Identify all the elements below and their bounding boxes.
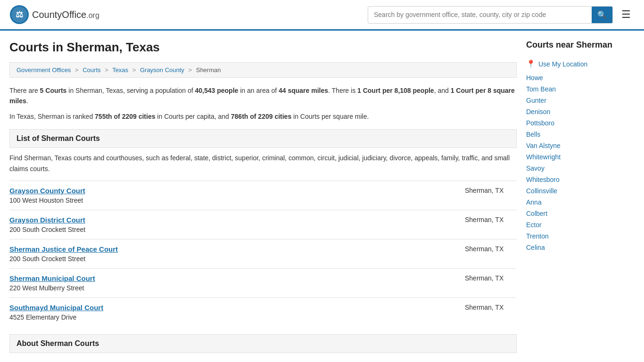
sidebar-city-link[interactable]: Denison <box>526 108 550 115</box>
right-sidebar: Courts near Sherman 📍 Use My Location Ho… <box>526 40 635 353</box>
court-item-left: Sherman Justice of Peace Court 200 South… <box>9 245 455 263</box>
court-item-name[interactable]: Sherman Justice of Peace Court <box>9 245 455 253</box>
sidebar-city-link[interactable]: Van Alstyne <box>526 142 561 149</box>
sidebar-city-item: Whitesboro <box>526 176 635 183</box>
breadcrumb-courts[interactable]: Courts <box>83 66 100 74</box>
list-section-header: List of Sherman Courts <box>9 129 517 148</box>
breadcrumb-grayson-county[interactable]: Grayson County <box>140 66 184 74</box>
court-item-address: 200 South Crockett Street <box>9 255 85 263</box>
sidebar-city-item: Celina <box>526 244 635 251</box>
court-item-name[interactable]: Grayson County Court <box>9 187 455 195</box>
sidebar-city-link[interactable]: Pottsboro <box>526 119 554 127</box>
sidebar-city-link[interactable]: Ector <box>526 221 542 229</box>
breadcrumb-sherman: Sherman <box>196 66 221 74</box>
sidebar-city-item: Gunter <box>526 97 635 104</box>
page-title: Courts in Sherman, Texas <box>9 40 517 55</box>
breadcrumb-texas[interactable]: Texas <box>112 66 128 74</box>
court-item-name[interactable]: Grayson District Court <box>9 216 455 224</box>
breadcrumb: Government Offices > Courts > Texas > Gr… <box>9 62 517 78</box>
court-item-city: Sherman, TX <box>455 245 517 253</box>
logo-area: ⚖ CountyOffice.org <box>9 5 99 25</box>
sidebar-city-item: Trenton <box>526 232 635 240</box>
search-button[interactable]: 🔍 <box>592 7 612 23</box>
sidebar-cities-list: HoweTom BeanGunterDenisonPottsboroBellsV… <box>526 74 635 251</box>
court-item: Sherman Justice of Peace Court 200 South… <box>9 239 517 268</box>
left-content: Courts in Sherman, Texas Government Offi… <box>9 40 517 353</box>
court-item: Sherman Municipal Court 220 West Mulberr… <box>9 268 517 297</box>
sidebar-city-link[interactable]: Anna <box>526 198 542 206</box>
court-item-address: 200 South Crockett Street <box>9 226 85 233</box>
sidebar-city-item: Collinsville <box>526 187 635 195</box>
sidebar-city-link[interactable]: Bells <box>526 131 540 138</box>
sidebar-city-item: Denison <box>526 108 635 115</box>
sidebar-city-link[interactable]: Collinsville <box>526 187 557 195</box>
location-pin-icon: 📍 <box>526 59 536 68</box>
use-location-row: 📍 Use My Location <box>526 59 635 68</box>
population: 40,543 people <box>195 87 239 94</box>
sidebar-city-item: Pottsboro <box>526 119 635 127</box>
sidebar-city-item: Ector <box>526 221 635 229</box>
header-right: 🔍 ☰ <box>368 6 635 24</box>
about-section-header: About Sherman Courts <box>9 334 517 353</box>
list-description: Find Sherman, Texas courts and courthous… <box>9 153 517 174</box>
court-item-name[interactable]: Sherman Municipal Court <box>9 274 455 282</box>
court-item-address: 100 West Houston Street <box>9 197 83 204</box>
info-paragraph-2: In Texas, Sherman is ranked 755th of 220… <box>9 111 517 122</box>
use-location-link[interactable]: Use My Location <box>538 60 587 68</box>
court-item: Grayson District Court 200 South Crocket… <box>9 210 517 239</box>
court-item-city: Sherman, TX <box>455 187 517 194</box>
sidebar-city-link[interactable]: Celina <box>526 244 545 251</box>
sidebar-city-item: Anna <box>526 198 635 206</box>
court-item-address: 220 West Mulberry Street <box>9 284 84 292</box>
main-container: Courts in Sherman, Texas Government Offi… <box>0 31 644 353</box>
sidebar-city-item: Tom Bean <box>526 85 635 93</box>
sidebar-city-link[interactable]: Colbert <box>526 210 547 217</box>
sidebar-city-link[interactable]: Tom Bean <box>526 85 556 93</box>
court-item-left: Southmayd Municipal Court 4525 Elementar… <box>9 304 455 321</box>
court-item-left: Sherman Municipal Court 220 West Mulberr… <box>9 274 455 292</box>
search-input[interactable] <box>368 7 592 22</box>
sidebar-city-link[interactable]: Gunter <box>526 97 546 104</box>
site-header: ⚖ CountyOffice.org 🔍 ☰ <box>0 0 644 31</box>
sidebar-city-item: Colbert <box>526 210 635 217</box>
logo-text: CountyOffice.org <box>32 9 99 20</box>
court-item-left: Grayson District Court 200 South Crocket… <box>9 216 455 233</box>
courts-list: Grayson County Court 100 West Houston St… <box>9 181 517 327</box>
breadcrumb-gov-offices[interactable]: Government Offices <box>17 66 71 74</box>
sidebar-city-item: Van Alstyne <box>526 142 635 149</box>
sidebar-city-link[interactable]: Whitewright <box>526 153 561 161</box>
logo-suffix: .org <box>86 11 99 19</box>
search-bar: 🔍 <box>368 6 613 24</box>
sidebar-city-link[interactable]: Whitesboro <box>526 176 560 183</box>
per-capita: 1 Court per 8,108 people <box>357 87 434 94</box>
court-item-city: Sherman, TX <box>455 304 517 311</box>
sidebar-city-link[interactable]: Trenton <box>526 232 549 240</box>
court-item-name[interactable]: Southmayd Municipal Court <box>9 304 455 312</box>
court-item: Grayson County Court 100 West Houston St… <box>9 181 517 210</box>
court-item-address: 4525 Elementary Drive <box>9 313 76 321</box>
court-item-city: Sherman, TX <box>455 216 517 223</box>
sidebar-title: Courts near Sherman <box>526 40 635 53</box>
court-item-city: Sherman, TX <box>455 274 517 282</box>
rank-sq-mile: 786th of 2209 cities <box>231 113 291 120</box>
logo-brand: CountyOffice <box>32 9 86 20</box>
area: 44 square miles <box>279 87 328 94</box>
logo-icon: ⚖ <box>9 5 29 25</box>
sidebar-city-item: Whitewright <box>526 153 635 161</box>
per-sq-mile: 1 Court per 8 square miles <box>9 87 515 105</box>
court-item: Southmayd Municipal Court 4525 Elementar… <box>9 297 517 327</box>
svg-text:⚖: ⚖ <box>16 10 23 19</box>
sidebar-city-item: Savoy <box>526 165 635 172</box>
court-item-left: Grayson County Court 100 West Houston St… <box>9 187 455 204</box>
sidebar-city-item: Bells <box>526 131 635 138</box>
info-paragraph-1: There are 5 Courts in Sherman, Texas, se… <box>9 85 517 107</box>
sidebar-city-link[interactable]: Savoy <box>526 165 545 172</box>
sidebar-city-link[interactable]: Howe <box>526 74 543 82</box>
sidebar-city-item: Howe <box>526 74 635 82</box>
court-count: 5 Courts <box>40 87 67 94</box>
rank-capita: 755th of 2209 cities <box>95 113 155 120</box>
menu-button[interactable]: ☰ <box>618 7 635 23</box>
